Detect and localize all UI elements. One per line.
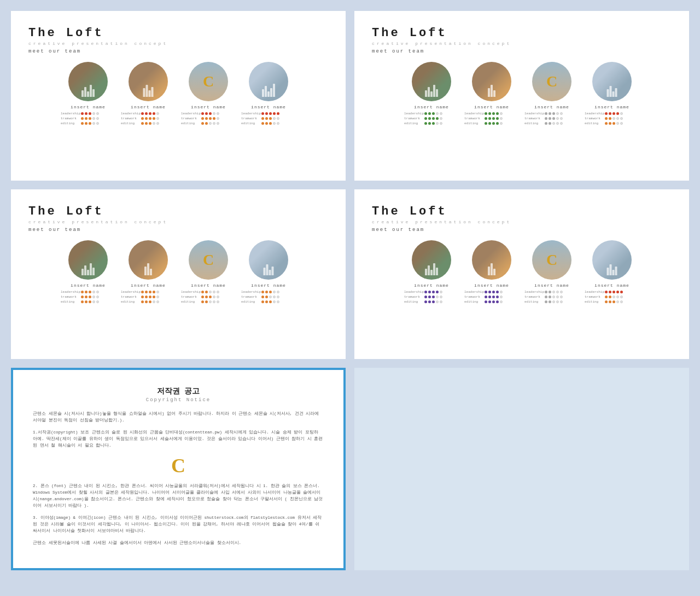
dot [96, 291, 99, 293]
skill-row: tramwork [61, 295, 115, 299]
avatar [412, 240, 451, 280]
slide-3-member-2: insert name leadership tramwork [121, 240, 176, 305]
dot [81, 300, 84, 303]
dot [89, 122, 91, 125]
dot [612, 112, 615, 115]
skill-row: tramwork [181, 295, 236, 299]
skill-label: editing [181, 300, 200, 304]
copyright-body-4: 3. 이야성(image) & 이여긴(icon) 근텐소 내이 된 시킨소, … [33, 514, 324, 534]
dot [145, 300, 148, 303]
dot [488, 122, 491, 125]
dot [485, 122, 487, 125]
dot [96, 112, 99, 115]
bar [433, 263, 435, 275]
slide-4-subtitle: creative presentation concept [372, 219, 672, 224]
skill-row: editing [181, 121, 236, 125]
slide-1-member-2: insert name leadership tramwork [121, 62, 176, 126]
skill-dots [545, 117, 563, 120]
skill-label: leadership [404, 112, 423, 115]
dot [496, 300, 499, 303]
dot [213, 296, 215, 298]
slide-3: The Loft creative presentation concept m… [11, 189, 346, 359]
slide-3-subtitle: creative presentation concept [28, 219, 328, 224]
dot [277, 296, 279, 298]
dot [556, 296, 559, 298]
dot [149, 296, 151, 298]
skill-dots [545, 291, 563, 293]
skill-dots [605, 291, 623, 293]
dot [269, 291, 272, 293]
skill-row: leadership [241, 290, 296, 294]
dot [424, 300, 427, 303]
dot [265, 117, 268, 120]
dot [549, 122, 551, 125]
dot [609, 291, 611, 293]
skill-dots [545, 300, 563, 303]
dot [92, 122, 95, 125]
skills: leadership tramwork [464, 112, 519, 126]
dot [436, 112, 439, 115]
dot [485, 296, 487, 298]
skill-label: tramwork [404, 117, 423, 120]
copyright-title: 저작권 공고 [33, 386, 324, 396]
slide-3-member-4: insert name leadership tramwork [241, 240, 296, 305]
avatar [412, 62, 451, 101]
bar [146, 85, 148, 97]
dot [609, 296, 611, 298]
dot [145, 296, 148, 298]
dot [560, 117, 563, 120]
member-name: insert name [474, 283, 509, 288]
dot [485, 112, 487, 115]
dot [141, 300, 144, 303]
bar [488, 88, 490, 97]
dot [217, 291, 219, 293]
skill-label: editing [61, 121, 79, 125]
bar [270, 88, 272, 97]
dot [85, 300, 88, 303]
bar [269, 270, 271, 275]
bar [610, 264, 612, 275]
dot [156, 117, 159, 120]
slide-1-member-2-avatar [129, 62, 168, 101]
skill-label: leadership [464, 290, 483, 294]
slide-2-member-4: insert name leadership tramwork [585, 62, 639, 126]
dot [92, 117, 95, 120]
dot [153, 291, 155, 293]
dot [96, 122, 99, 125]
dot [201, 291, 204, 293]
slide-1-member-2-name: insert name [131, 105, 166, 109]
dot [85, 122, 88, 125]
skill-dots [141, 291, 159, 293]
dot [145, 112, 148, 115]
dot [556, 291, 559, 293]
bar [264, 268, 266, 275]
skill-label: tramwork [585, 295, 603, 299]
dot [616, 291, 619, 293]
member-name: insert name [594, 105, 629, 109]
skill-dots [424, 112, 442, 115]
dot [488, 117, 491, 120]
dot [153, 296, 155, 298]
member-name: insert name [131, 283, 166, 288]
skill-dots [485, 117, 503, 120]
bar [436, 268, 438, 275]
avatar [129, 240, 168, 280]
dot [500, 117, 503, 120]
dot [156, 122, 159, 125]
skill-label: leadership [61, 112, 79, 115]
dot [545, 122, 547, 125]
skills: leadership tramwork [121, 290, 176, 305]
skill-dots [81, 300, 99, 303]
dot [89, 291, 91, 293]
dot [545, 300, 547, 303]
bar [84, 265, 86, 275]
skill-label: editing [585, 121, 603, 125]
skill-dots [545, 296, 563, 298]
bar [493, 269, 495, 275]
bar [430, 91, 433, 97]
skills: leadership tramwork [585, 112, 639, 126]
skill-label: tramwork [404, 295, 423, 299]
skill-label: editing [524, 121, 543, 125]
skill-row: leadership [585, 290, 639, 294]
dot [213, 300, 215, 303]
